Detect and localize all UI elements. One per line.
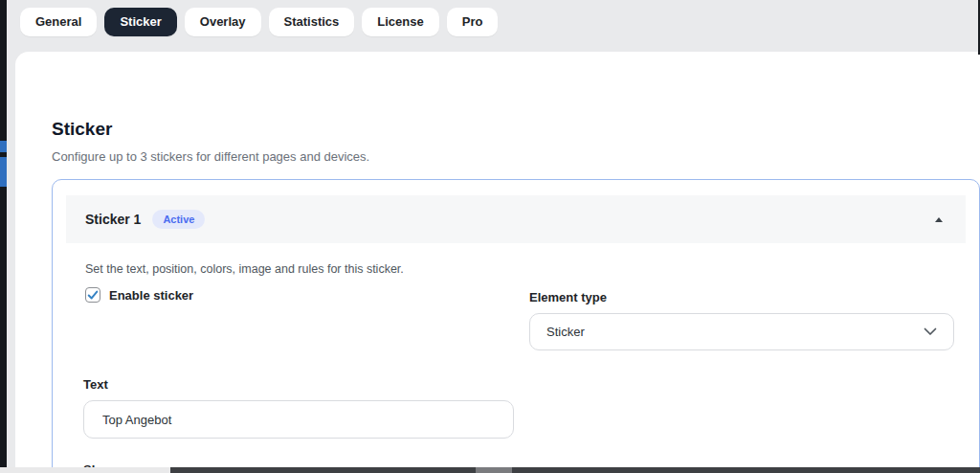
sidebar-edge-accent <box>0 157 7 187</box>
status-badge: Active <box>152 210 205 229</box>
content-panel: Sticker Configure up to 3 stickers for d… <box>15 52 980 473</box>
text-field: Text <box>83 377 514 439</box>
page-title: Sticker <box>52 119 112 140</box>
enable-sticker-checkbox[interactable] <box>85 287 100 303</box>
horizontal-scrollbar-gutter <box>0 467 170 473</box>
sticker-card-title: Sticker 1 <box>85 212 141 227</box>
horizontal-scrollbar-thumb[interactable] <box>476 467 512 473</box>
text-label: Text <box>83 377 514 392</box>
text-input[interactable] <box>83 400 514 439</box>
element-type-label: Element type <box>529 290 954 304</box>
sticker-settings-screen: Sticker Configure up to 3 stickers for d… <box>0 0 980 473</box>
element-type-select[interactable]: Sticker <box>529 313 954 350</box>
element-type-field: Element type Sticker <box>529 290 954 350</box>
horizontal-scrollbar-track[interactable] <box>170 467 980 473</box>
sticker-card-header[interactable]: Sticker 1 Active <box>66 195 966 243</box>
tab-sticker[interactable]: Sticker <box>104 8 176 36</box>
tab-license[interactable]: License <box>362 8 438 36</box>
tab-statistics[interactable]: Statistics <box>269 8 355 36</box>
triangle-up-icon[interactable] <box>935 217 943 222</box>
page-subtitle: Configure up to 3 stickers for different… <box>52 149 369 164</box>
enable-sticker-row: Enable sticker <box>85 287 193 303</box>
tab-bar: General Sticker Overlay Statistics Licen… <box>20 8 498 36</box>
sticker-card-description: Set the text, position, colors, image an… <box>85 262 404 276</box>
tab-general[interactable]: General <box>20 8 97 36</box>
tab-overlay[interactable]: Overlay <box>185 8 261 36</box>
sidebar-edge-accent <box>0 141 7 152</box>
tab-pro[interactable]: Pro <box>447 8 499 36</box>
enable-sticker-label[interactable]: Enable sticker <box>109 288 193 303</box>
check-icon <box>87 289 99 301</box>
admin-sidebar-edge <box>0 0 7 473</box>
chevron-down-icon <box>924 327 937 336</box>
sticker-card: Sticker 1 Active Set the text, position,… <box>52 179 980 473</box>
element-type-value: Sticker <box>546 325 585 339</box>
